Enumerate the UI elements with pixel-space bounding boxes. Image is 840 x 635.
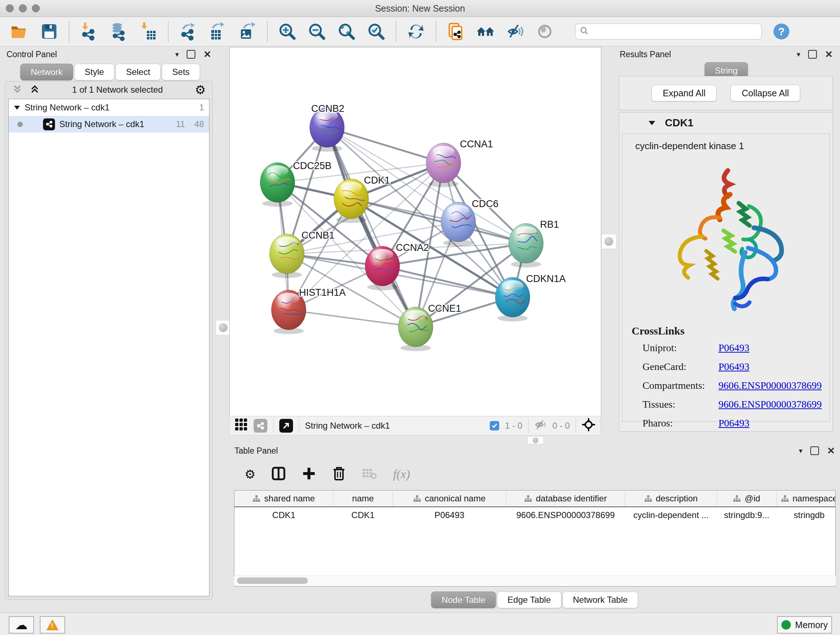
birdseye-grid-icon[interactable] [235, 418, 248, 433]
float-panel-icon[interactable] [808, 50, 817, 59]
memory-button[interactable]: Memory [777, 616, 832, 633]
tree-column-icon [781, 495, 789, 502]
string-network-badge-icon[interactable] [254, 419, 267, 432]
panel-menu-icon[interactable]: ▾ [797, 50, 800, 59]
collapse-all-button[interactable]: Collapse All [730, 85, 800, 101]
table-cell[interactable]: stringdb:9... [717, 507, 776, 523]
import-network-icon[interactable] [80, 22, 98, 41]
float-panel-icon[interactable] [187, 50, 195, 59]
fit-content-crosshair-icon[interactable] [582, 418, 595, 434]
table-horizontal-scrollbar[interactable] [234, 576, 836, 585]
zoom-selected-icon[interactable] [367, 22, 386, 41]
network-node-ccnb2[interactable] [309, 108, 344, 152]
clipboard-documents-icon[interactable] [447, 22, 465, 41]
import-network-from-database-icon[interactable] [109, 22, 128, 41]
export-table-icon[interactable] [208, 22, 227, 41]
warnings-button[interactable]: ! [40, 616, 65, 633]
show-eye-icon[interactable] [535, 22, 554, 41]
tab-node-table[interactable]: Node Table [431, 592, 496, 608]
panel-menu-icon[interactable]: ▾ [175, 50, 179, 59]
apply-layout-icon[interactable] [407, 22, 425, 41]
scrollbar-thumb[interactable] [237, 578, 308, 584]
cloud-status-button[interactable]: ☁ [9, 616, 34, 633]
table-cell[interactable]: CDK1 [234, 507, 333, 523]
zoom-fit-icon[interactable] [337, 22, 356, 41]
delete-column-icon[interactable] [332, 466, 346, 483]
open-session-icon[interactable] [10, 22, 29, 41]
column-header[interactable]: canonical name [393, 491, 507, 507]
float-panel-icon[interactable] [810, 447, 819, 455]
tab-style[interactable]: Style [74, 64, 114, 80]
close-panel-icon[interactable]: ✕ [203, 49, 211, 60]
network-options-gear-icon[interactable]: ⚙ [195, 84, 206, 96]
collection-expand-icon[interactable] [14, 105, 20, 110]
network-node-cdkn1a[interactable] [495, 277, 530, 321]
network-canvas[interactable]: CCNB2CCNA1CDC25BCDK1CDC6RB1CCNB1CCNA2CDK… [229, 47, 601, 416]
crosslink-link[interactable]: P06493 [718, 361, 750, 372]
column-header[interactable]: description [625, 491, 717, 507]
right-splitter-handle[interactable] [601, 234, 616, 249]
bottom-splitter-handle[interactable] [527, 436, 544, 444]
search-input[interactable] [592, 26, 757, 37]
add-column-icon[interactable] [302, 466, 316, 482]
column-header[interactable]: @id [717, 491, 776, 507]
crosslink-label: Compartments: [643, 380, 718, 391]
network-edge[interactable] [289, 310, 416, 327]
tab-sets[interactable]: Sets [162, 64, 200, 80]
close-panel-icon[interactable]: ✕ [827, 445, 835, 456]
table-cell[interactable]: stringdb [776, 507, 836, 523]
tab-network-table[interactable]: Network Table [562, 592, 638, 608]
crosslink-link[interactable]: P06493 [718, 417, 750, 429]
home-networks-icon[interactable] [476, 22, 495, 41]
open-in-new-window-icon[interactable] [279, 419, 293, 432]
collapse-all-networks-icon[interactable] [12, 84, 23, 96]
crosslink-link[interactable]: 9606.ENSP00000378699 [718, 399, 821, 410]
network-node-ccnb1[interactable] [270, 234, 304, 278]
tab-edge-table[interactable]: Edge Table [497, 592, 561, 608]
save-session-icon[interactable] [40, 22, 58, 41]
toolbar-search-field[interactable] [575, 24, 762, 40]
column-header[interactable]: shared name [234, 491, 333, 507]
table-cell[interactable]: CDK1 [333, 507, 393, 523]
help-icon[interactable]: ? [772, 22, 791, 41]
crosslink-link[interactable]: P06493 [718, 342, 750, 354]
export-network-icon[interactable] [179, 22, 197, 41]
tab-network[interactable]: Network [20, 64, 73, 80]
column-header[interactable]: database identifier [506, 491, 625, 507]
network-edge[interactable] [327, 127, 444, 163]
function-builder-icon: f(x) [393, 467, 410, 481]
section-collapse-icon[interactable] [648, 120, 655, 126]
zoom-out-icon[interactable] [308, 22, 326, 41]
crosslink-link[interactable]: 9606.ENSP00000378699 [718, 380, 821, 391]
table-row[interactable]: CDK1CDK1P064939606.ENSP00000378699cyclin… [234, 507, 836, 523]
results-panel-title: Results Panel [620, 50, 797, 59]
show-columns-icon[interactable] [271, 466, 286, 482]
selected-items-checkbox-icon[interactable] [490, 421, 499, 431]
hide-glasses-icon[interactable] [506, 22, 524, 41]
table-cell[interactable]: cyclin-dependent ... [625, 507, 717, 523]
zoom-in-icon[interactable] [278, 22, 297, 41]
node-label-ccna2: CCNA2 [396, 242, 429, 253]
left-splitter-handle[interactable] [216, 320, 231, 335]
node-label-hist1h1a: HIST1H1A [299, 287, 346, 298]
table-type-tabs: Node Table Edge Table Network Table [431, 592, 638, 608]
panel-menu-icon[interactable]: ▾ [799, 447, 802, 455]
table-options-gear-icon[interactable]: ⚙ [245, 468, 256, 480]
results-panel: Results Panel ▾ ✕ String Expand All Coll… [616, 48, 836, 440]
column-header[interactable]: name [333, 491, 393, 507]
title-bar: Session: New Session [0, 0, 840, 17]
network-node-cdc25b[interactable] [260, 163, 295, 207]
network-collection-row[interactable]: String Network – cdk1 1 [9, 99, 209, 116]
table-cell[interactable]: 9606.ENSP00000378699 [506, 507, 625, 523]
close-panel-icon[interactable]: ✕ [825, 49, 833, 60]
network-node-rb1[interactable] [508, 223, 543, 268]
expand-all-button[interactable]: Expand All [652, 85, 717, 101]
column-header[interactable]: namespace [776, 491, 836, 507]
import-table-icon[interactable] [139, 22, 158, 41]
expand-all-networks-icon[interactable] [29, 84, 40, 96]
export-image-icon[interactable] [238, 22, 257, 41]
network-node-ccna1[interactable] [426, 143, 461, 187]
network-row-selected[interactable]: String Network – cdk1 11 48 [9, 116, 209, 133]
tab-select[interactable]: Select [115, 64, 161, 80]
table-cell[interactable]: P06493 [393, 507, 507, 523]
